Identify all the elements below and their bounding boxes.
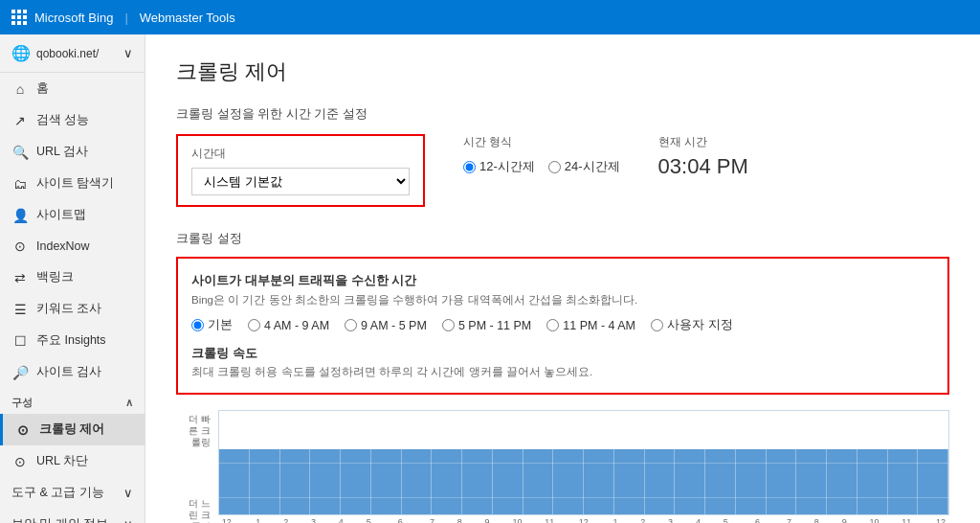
chart-x-12end: 12AM (934, 517, 947, 523)
url-block-icon: ⊙ (11, 454, 29, 469)
privacy-section[interactable]: 보안 및 개인 정보 ∨ (0, 509, 145, 523)
chart-combined[interactable] (218, 410, 949, 515)
tools-section[interactable]: 도구 & 고급 기능 ∨ (0, 477, 145, 509)
chart-x-7: 7 (430, 517, 434, 523)
sidebar-item-insights[interactable]: ☐ 주요 Insights (0, 325, 145, 356)
backlinks-icon: ⇄ (11, 270, 29, 285)
sidebar-item-url-inspection[interactable]: 🔍 URL 검사 (0, 136, 145, 168)
chart-x-8: 8 (457, 517, 462, 523)
sidebar-item-indexnow[interactable]: ⊙ IndexNow (0, 231, 145, 262)
chevron-down-icon: ∨ (123, 46, 133, 60)
sidebar-item-site-search[interactable]: 🔎 사이트 검사 (0, 356, 145, 388)
crawl-option-9am-5pm-radio[interactable] (345, 319, 357, 331)
tools-chevron-icon: ∨ (123, 486, 133, 500)
site-name: qobooki.net/ (36, 47, 118, 60)
crawl-option-5pm-11pm[interactable]: 5 PM - 11 PM (442, 319, 531, 332)
crawl-icon: ⊙ (14, 422, 32, 438)
chart-x-5: 5 (367, 517, 371, 523)
timezone-select[interactable]: 시스템 기본값 (191, 168, 410, 195)
home-icon: ⌂ (11, 81, 29, 97)
site-search-icon: 🔎 (11, 365, 29, 380)
sidebar-item-home[interactable]: ⌂ 홈 (0, 73, 145, 104)
grid-icon (11, 10, 27, 25)
keyword-icon: ☰ (11, 302, 29, 317)
traffic-title: 사이트가 대부분의 트래픽을 수신한 시간 (191, 272, 934, 289)
topbar-logo: Microsoft Bing (34, 11, 113, 25)
sidebar-item-search-performance[interactable]: ↗ 검색 성능 (0, 104, 145, 136)
sidebar-item-explorer-label: 사이트 탐색기 (36, 175, 114, 192)
crawl-option-5pm-11pm-radio[interactable] (442, 319, 455, 331)
sidebar-item-backlinks[interactable]: ⇄ 백링크 (0, 262, 145, 293)
crawl-option-9am-5pm[interactable]: 9 AM - 5 PM (345, 319, 427, 332)
crawl-option-default-radio[interactable] (191, 319, 204, 331)
globe-icon: 🌐 (11, 44, 31, 62)
sidebar-item-site-search-label: 사이트 검사 (36, 364, 101, 380)
chart-x-6am: 6AM (394, 517, 408, 523)
sitemap-icon: 👤 (11, 208, 29, 223)
sidebar-item-url-block[interactable]: ⊙ URL 차단 (0, 445, 145, 477)
chart-grid-col-10 (493, 411, 523, 514)
crawl-option-4am-9am-radio[interactable] (248, 319, 260, 331)
time-format-label: 시간 형식 (463, 134, 620, 150)
chart-grid-col-18 (736, 411, 767, 514)
sidebar-item-insights-label: 주요 Insights (36, 332, 106, 349)
chart-x-11: 11 (545, 517, 554, 523)
sidebar-item-keyword[interactable]: ☰ 키워드 조사 (0, 293, 145, 325)
config-section[interactable]: 구성 ∧ (0, 388, 145, 414)
time-format-24-option[interactable]: 24-시간제 (548, 158, 620, 175)
crawl-option-custom-radio[interactable] (651, 319, 663, 331)
time-format-12-label: 12-시간제 (479, 158, 535, 175)
chart-grid-overlay (219, 411, 948, 514)
crawl-speed-desc: 최대 크롤링 허용 속도를 설정하려면 하루의 각 시간에 앵커를 끌어서 놓으… (191, 365, 934, 379)
sidebar: 🌐 qobooki.net/ ∨ ⌂ 홈 ↗ 검색 성능 🔍 URL 검사 🗂 … (0, 34, 145, 523)
crawl-settings-section-label: 크롤링 설정 (176, 230, 949, 247)
topbar-separator: | (124, 11, 127, 25)
tools-section-label: 도구 & 고급 기능 (11, 485, 104, 501)
chart-grid-col-17 (705, 411, 736, 514)
crawl-option-4am-9am[interactable]: 4 AM - 9 AM (248, 319, 329, 332)
current-time-value: 03:04 PM (658, 154, 748, 179)
sidebar-item-sitemap[interactable]: 👤 사이트맵 (0, 199, 145, 231)
chart-x-12pm: 12AM (577, 517, 590, 523)
chart-x-5pm: 5 (724, 517, 728, 523)
chart-grid-col-22 (858, 411, 888, 514)
time-format-24-label: 24-시간제 (565, 158, 620, 175)
sidebar-item-site-explorer[interactable]: 🗂 사이트 탐색기 (0, 168, 145, 199)
insights-icon: ☐ (11, 333, 29, 349)
crawl-option-11pm-4am[interactable]: 11 PM - 4 AM (546, 319, 635, 332)
crawl-option-default[interactable]: 기본 (191, 317, 233, 333)
chart-y-label-bottom: 더 느린 크롤링 (176, 498, 211, 523)
time-format-12-radio[interactable] (463, 161, 476, 173)
time-format-12-option[interactable]: 12-시간제 (463, 158, 535, 175)
sidebar-item-home-label: 홈 (36, 80, 49, 97)
crawl-option-11pm-4am-radio[interactable] (546, 319, 559, 331)
chart-grid-col-12 (553, 411, 584, 514)
chart-x-6pm: 6PM (751, 517, 765, 523)
chart-grid-col-13 (584, 411, 614, 514)
traffic-desc: Bing은 이 기간 동안 최소한의 크롤링을 수행하여 가용 대역폭에서 간섭… (191, 293, 934, 307)
indexnow-icon: ⊙ (11, 239, 29, 254)
chart-x-12am: 12AM (220, 517, 234, 523)
chart-x-labels: 12AM 1 2 3 4 5 6AM 7 8 9 10 11 12AM 1 2 … (218, 517, 949, 523)
crawl-option-custom[interactable]: 사용자 지정 (651, 317, 732, 333)
chart-grid-col-4 (310, 411, 341, 514)
sidebar-item-indexnow-label: IndexNow (36, 239, 90, 253)
sidebar-item-backlinks-label: 백링크 (36, 269, 74, 285)
time-format-24-radio[interactable] (548, 161, 561, 173)
chart-grid-col-19 (767, 411, 797, 514)
time-format-group: 시간 형식 12-시간제 24-시간제 (463, 134, 620, 175)
chart-icon: ↗ (11, 113, 29, 128)
chart-y-label-top: 더 빠른 크롤링 (176, 414, 211, 448)
chart-x-10: 10 (512, 517, 522, 523)
site-selector[interactable]: 🌐 qobooki.net/ ∨ (0, 34, 145, 73)
topbar: Microsoft Bing | Webmaster Tools (0, 0, 980, 34)
current-time-label: 현재 시간 (658, 134, 748, 150)
chart-container: 더 빠른 크롤링 더 느린 크롤링 (176, 410, 949, 523)
time-format-options: 12-시간제 24-시간제 (463, 158, 620, 175)
chart-x-3: 3 (311, 517, 316, 523)
sidebar-item-crawl-control[interactable]: ⊙ 크롤링 제어 (0, 414, 145, 445)
chart-grid-col-20 (796, 411, 827, 514)
chart-x-4: 4 (339, 517, 344, 523)
sidebar-item-url-block-label: URL 차단 (36, 453, 88, 469)
current-time-group: 현재 시간 03:04 PM (658, 134, 748, 179)
